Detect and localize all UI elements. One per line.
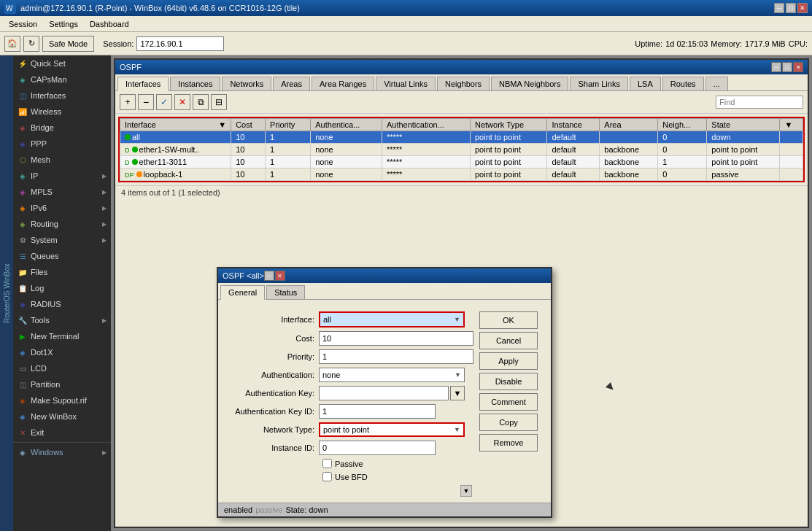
network-type-dropdown-arrow[interactable]: ▼	[454, 426, 460, 433]
cost-input[interactable]	[319, 331, 473, 346]
col-cost[interactable]: Cost	[231, 119, 266, 131]
table-row[interactable]: DP loopback-1 10 1 none ***** point to p…	[120, 168, 803, 181]
auth-key-dropdown[interactable]: ▼	[450, 386, 465, 400]
network-type-select[interactable]: point to point ▼	[319, 422, 465, 437]
tab-sham-links[interactable]: Sham Links	[570, 77, 627, 90]
apply-button[interactable]: Apply	[479, 352, 538, 370]
tab-instances[interactable]: Instances	[170, 77, 220, 90]
tab-neighbors[interactable]: Neighbors	[437, 77, 490, 90]
sidebar-item-tools[interactable]: 🔧 Tools	[13, 312, 111, 328]
interface-dropdown-arrow[interactable]: ▼	[454, 316, 460, 323]
sidebar-item-exit[interactable]: ✕ Exit	[13, 425, 111, 441]
comment-button[interactable]: Comment	[479, 393, 538, 411]
refresh-btn[interactable]: ↻	[23, 36, 39, 52]
find-input[interactable]	[716, 96, 803, 109]
form-row-passive: Passive	[224, 459, 473, 468]
sidebar-item-routing[interactable]: ◈ Routing	[13, 216, 111, 232]
priority-input[interactable]	[319, 349, 473, 364]
tab-more[interactable]: ...	[705, 77, 728, 90]
tab-areas[interactable]: Areas	[273, 77, 310, 90]
sidebar-item-interfaces[interactable]: ◫ Interfaces	[13, 88, 111, 104]
sidebar-item-ipv6[interactable]: ◈ IPv6	[13, 200, 111, 216]
col-auth[interactable]: Authentica...	[311, 119, 382, 131]
tab-routes[interactable]: Routes	[662, 77, 704, 90]
ospf-maximize-btn[interactable]: □	[782, 62, 792, 72]
sidebar-item-mesh[interactable]: ⬡ Mesh	[13, 152, 111, 168]
use-bfd-checkbox[interactable]	[322, 472, 332, 481]
passive-checkbox[interactable]	[322, 459, 332, 468]
copy-button[interactable]: Copy	[479, 414, 538, 431]
modal-tab-status[interactable]: Status	[266, 285, 305, 299]
table-row[interactable]: D ether1-SW-mult.. 10 1 none ***** point…	[120, 144, 803, 156]
copy-btn[interactable]: ⧉	[193, 94, 209, 110]
filter-btn[interactable]: ⊟	[211, 94, 227, 110]
sidebar-item-new-winbox[interactable]: ◈ New WinBox	[13, 408, 111, 425]
ok-button[interactable]: OK	[479, 311, 538, 329]
session-input[interactable]	[136, 36, 224, 51]
sidebar-item-radius[interactable]: ◈ RADIUS	[13, 296, 111, 312]
col-interface[interactable]: Interface ▼	[120, 119, 231, 131]
tab-area-ranges[interactable]: Area Ranges	[312, 77, 374, 90]
instance-id-input[interactable]	[319, 441, 436, 455]
uptime-label: Uptime:	[635, 39, 662, 48]
auth-dropdown-arrow[interactable]: ▼	[455, 371, 461, 379]
col-auth-key[interactable]: Authentication...	[382, 119, 470, 131]
add-btn[interactable]: +	[120, 94, 136, 110]
sidebar-item-ip[interactable]: ◈ IP	[13, 168, 111, 184]
table-row[interactable]: all 10 1 none ***** point to point defau…	[120, 131, 803, 144]
tab-interfaces[interactable]: Interfaces	[117, 77, 169, 91]
title-minimize-btn[interactable]: ─	[774, 3, 784, 13]
tab-virtual-links[interactable]: Virtual Links	[376, 77, 436, 90]
sidebar-item-bridge[interactable]: ◈ Bridge	[13, 120, 111, 136]
disable-button[interactable]: Disable	[479, 373, 538, 390]
remove-btn[interactable]: −	[138, 94, 154, 110]
cross-btn[interactable]: ✕	[174, 94, 190, 110]
sidebar-item-ppp[interactable]: ◈ PPP	[13, 136, 111, 152]
sidebar-item-capsman[interactable]: ◈ CAPsMan	[13, 71, 111, 88]
col-dropdown[interactable]: ▼	[780, 119, 803, 131]
cancel-button[interactable]: Cancel	[479, 332, 538, 349]
interface-select[interactable]: all ▼	[319, 311, 465, 327]
sidebar-item-system[interactable]: ⚙ System	[13, 232, 111, 248]
table-row[interactable]: D ether11-3011 10 1 none ***** point to …	[120, 156, 803, 168]
modal-close-btn[interactable]: ✕	[275, 271, 285, 281]
sidebar-item-dot1x[interactable]: ◈ Dot1X	[13, 344, 111, 360]
sidebar-item-partition[interactable]: ◫ Partition	[13, 376, 111, 392]
col-network-type[interactable]: Network Type	[470, 119, 546, 131]
modal-tab-general[interactable]: General	[220, 285, 265, 300]
sidebar-item-wireless[interactable]: 📶 Wireless	[13, 104, 111, 120]
sidebar-item-windows[interactable]: ◈ Windows	[13, 444, 111, 460]
tab-lsa[interactable]: LSA	[630, 77, 661, 90]
sidebar-item-mpls[interactable]: ◈ MPLS	[13, 184, 111, 200]
ospf-minimize-btn[interactable]: ─	[771, 62, 781, 72]
auth-key-id-input[interactable]	[319, 404, 436, 419]
remove-button[interactable]: Remove	[479, 434, 538, 451]
authentication-select[interactable]: none ▼	[319, 368, 465, 382]
ospf-close-btn[interactable]: ✕	[793, 62, 803, 72]
modal-minimize-btn[interactable]: ─	[264, 271, 274, 281]
scroll-down-btn[interactable]: ▼	[460, 485, 472, 497]
sidebar-item-log[interactable]: 📋 Log	[13, 280, 111, 296]
menu-dashboard[interactable]: Dashboard	[84, 18, 135, 30]
sidebar-item-queues[interactable]: ☰ Queues	[13, 248, 111, 264]
edit-btn[interactable]: ✓	[156, 94, 172, 110]
sidebar-item-new-terminal[interactable]: ▶ New Terminal	[13, 328, 111, 344]
tab-networks[interactable]: Networks	[222, 77, 271, 90]
col-priority[interactable]: Priority	[266, 119, 311, 131]
title-maximize-btn[interactable]: □	[786, 3, 796, 13]
tab-nbma-neighbors[interactable]: NBMA Neighbors	[491, 77, 568, 90]
sidebar-item-make-supout[interactable]: ◈ Make Supout.rif	[13, 392, 111, 408]
home-btn[interactable]: 🏠	[4, 36, 20, 52]
col-state[interactable]: State	[707, 119, 780, 131]
auth-key-input[interactable]	[319, 386, 449, 400]
safe-mode-btn[interactable]: Safe Mode	[42, 36, 94, 52]
menu-session[interactable]: Session	[3, 18, 43, 30]
col-area[interactable]: Area	[600, 119, 658, 131]
col-neigh[interactable]: Neigh...	[658, 119, 707, 131]
sidebar-item-quick-set[interactable]: ⚡ Quick Set	[13, 55, 111, 71]
sidebar-item-files[interactable]: 📁 Files	[13, 264, 111, 280]
sidebar-item-lcd[interactable]: ▭ LCD	[13, 360, 111, 376]
col-instance[interactable]: Instance	[547, 119, 600, 131]
menu-settings[interactable]: Settings	[43, 18, 84, 30]
title-close-btn[interactable]: ✕	[797, 3, 808, 13]
